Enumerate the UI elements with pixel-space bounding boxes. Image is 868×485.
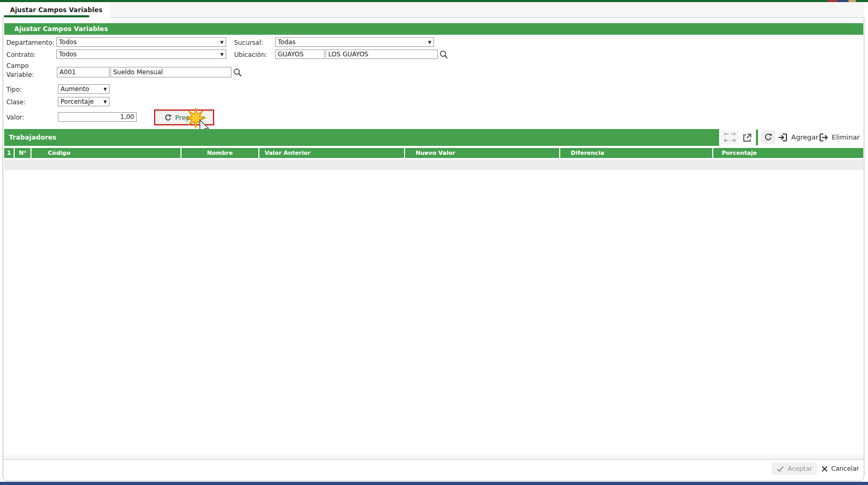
campo-variable-code-input[interactable]: [57, 67, 109, 77]
campo-variable-label: Campo Variable:: [6, 62, 34, 80]
header-cell-nombre[interactable]: Nombre: [181, 148, 258, 158]
sucursal-label: Sucursal:: [234, 39, 263, 46]
valor-label: Valor:: [6, 114, 24, 121]
aceptar-button[interactable]: Aceptar: [772, 462, 817, 475]
eliminar-label: Eliminar: [832, 133, 860, 141]
chevron-down-icon: ▼: [104, 87, 107, 92]
header-cell-porcentaje[interactable]: Porcentaje: [713, 148, 863, 158]
ubicacion-code-input[interactable]: [275, 50, 325, 59]
active-tab-underline: [4, 15, 89, 17]
remove-row-icon: [819, 132, 829, 143]
section-header: Ajustar Campos Variables: [4, 23, 863, 35]
ubicacion-search-icon[interactable]: [439, 50, 448, 59]
refresh-grid-button[interactable]: [761, 130, 775, 144]
header-cell-diferencia[interactable]: Diferencia: [560, 148, 712, 158]
chevron-down-icon: ▼: [220, 52, 224, 57]
eliminar-button[interactable]: Eliminar: [819, 130, 860, 144]
clase-label: Clase:: [6, 98, 26, 106]
refresh-icon: [164, 114, 172, 122]
departamento-select[interactable]: Todos ▼: [56, 37, 226, 47]
contrato-label: Contrato:: [6, 51, 36, 58]
workers-table-header: 1 N° Código Nombre Valor Anterior Nuevo …: [4, 148, 863, 158]
chevron-down-icon: ▼: [104, 100, 107, 104]
toolbar-divider: [756, 130, 758, 145]
workers-section-title: Trabajadores: [9, 134, 56, 141]
campo-variable-search-icon[interactable]: [233, 68, 242, 77]
valor-input[interactable]: [58, 112, 137, 122]
add-row-icon: [778, 132, 789, 143]
footer-separator: [3, 459, 864, 460]
sucursal-select[interactable]: Todas ▼: [275, 37, 434, 47]
ubicacion-label: Ubicación:: [234, 51, 267, 58]
open-in-new-window-icon[interactable]: [741, 132, 753, 144]
refresh-icon: [764, 133, 773, 142]
header-cell-nuevo-valor[interactable]: Nuevo Valor: [405, 148, 559, 158]
ubicacion-name-input[interactable]: [326, 50, 438, 59]
column-resize-arrows-icon[interactable]: ← →⇤ ⇥: [721, 131, 738, 144]
chevron-down-icon: ▼: [220, 40, 224, 45]
check-icon: [776, 466, 784, 472]
cancelar-button[interactable]: Cancelar: [820, 462, 861, 475]
aceptar-label: Aceptar: [788, 465, 812, 472]
contrato-select[interactable]: Todos ▼: [56, 50, 226, 59]
page-bottom-blue-strip: [0, 482, 868, 485]
footer-shadow: [3, 453, 864, 459]
tipo-select[interactable]: Aumento ▼: [58, 84, 109, 94]
cancelar-label: Cancelar: [831, 465, 859, 472]
workers-section-header: Trabajadores: [4, 129, 719, 146]
section-header-title: Ajustar Campos Variables: [14, 25, 108, 33]
clase-select[interactable]: Porcentaje ▼: [58, 97, 109, 106]
chevron-down-icon: ▼: [428, 40, 431, 45]
header-cell-index[interactable]: 1: [4, 148, 14, 158]
tab-label: Ajustar Campos Variables: [10, 6, 103, 14]
tab-bar: Ajustar Campos Variables: [3, 2, 864, 18]
campo-variable-name-input[interactable]: [110, 67, 231, 77]
close-icon: [821, 466, 828, 472]
header-cell-valor-anterior[interactable]: Valor Anterior: [259, 148, 404, 158]
agregar-button[interactable]: Agregar: [778, 130, 819, 144]
header-cell-numero[interactable]: N°: [15, 148, 31, 158]
empty-table-row: [4, 160, 863, 170]
tipo-label: Tipo:: [6, 86, 22, 93]
departamento-label: Departamento:: [6, 39, 54, 46]
header-cell-codigo[interactable]: Código: [32, 148, 180, 158]
agregar-label: Agregar: [791, 133, 819, 141]
